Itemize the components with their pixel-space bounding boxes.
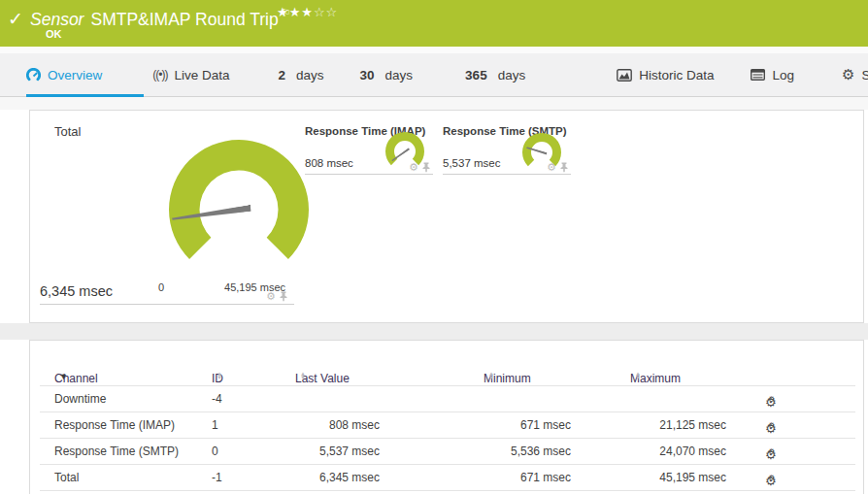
tab-2-days[interactable]: 2 days xyxy=(279,68,324,82)
sensor-title-row: SensorSMTP&IMAP Round Trip⚐ xyxy=(30,7,291,30)
sort-desc-icon: ▼ xyxy=(59,372,68,381)
tab-settings-label: Settings xyxy=(861,68,868,82)
channel-last-value: 808 msec xyxy=(263,418,380,432)
tab-bar: Overview ((•)) Live Data 2 days 30 days … xyxy=(0,53,868,97)
prtg-sensor-page: ✓ SensorSMTP&IMAP Round Trip⚐ ★★★☆☆ OK O… xyxy=(0,0,868,494)
tab-live-data[interactable]: ((•)) Live Data xyxy=(152,68,229,82)
statusbar-spacer xyxy=(0,47,868,53)
channel-name: Downtime xyxy=(54,392,106,406)
total-gauge-title: Total xyxy=(54,124,81,139)
gauges-panel: Total 0 45,195 msec 6,345 msec ⚙ Respons… xyxy=(29,110,864,323)
table-row[interactable]: Downtime -4 ⚙⚙ xyxy=(40,386,855,412)
tab-log[interactable]: Log xyxy=(751,68,794,82)
channel-minimum: 671 msec xyxy=(477,471,571,484)
channel-name: Response Time (SMTP) xyxy=(54,445,179,458)
pin-icon[interactable] xyxy=(560,162,568,173)
tab-30-days[interactable]: 30 days xyxy=(360,68,414,82)
channel-minimum: 5,536 msec xyxy=(477,445,571,458)
channel-id: -4 xyxy=(212,392,222,406)
sensor-status-bar: ✓ SensorSMTP&IMAP Round Trip⚐ ★★★☆☆ OK xyxy=(0,0,868,47)
smtp-gauge-value: 5,537 msec xyxy=(443,157,500,169)
sort-icon: ▲▼ xyxy=(300,372,306,379)
channel-id: -1 xyxy=(212,471,222,484)
gauge-settings-gear-icon[interactable]: ⚙ xyxy=(266,292,276,302)
broadcast-icon: ((•)) xyxy=(152,68,167,82)
sort-icon: ▲▼ xyxy=(217,372,222,379)
tab-2-days-number: 2 xyxy=(279,68,286,82)
channel-minimum: 671 msec xyxy=(477,418,571,432)
gauge-settings-gear-icon[interactable]: ⚙ xyxy=(547,163,556,173)
channels-panel: Channel▼ ID▲▼ Last Value▲▼ Minimum▲▼ Max… xyxy=(29,340,864,494)
tab-365-days-number: 365 xyxy=(465,68,487,82)
tab-historic-data-label: Historic Data xyxy=(639,68,714,82)
tab-historic-data[interactable]: Historic Data xyxy=(617,68,714,82)
spacer-band xyxy=(0,323,868,340)
smtp-cell-divider xyxy=(443,174,571,175)
channel-name: Response Time (IMAP) xyxy=(54,418,175,432)
log-list-icon xyxy=(751,69,765,81)
channel-name: Total xyxy=(54,471,79,484)
tab-30-days-number: 30 xyxy=(360,68,375,82)
imap-cell-actions: ⚙ xyxy=(409,162,430,173)
table-row[interactable]: Response Time (IMAP) 1 808 msec 671 msec… xyxy=(40,412,855,439)
tab-settings[interactable]: ⚙ Settings xyxy=(842,68,868,82)
table-header-row: Channel▼ ID▲▼ Last Value▲▼ Minimum▲▼ Max… xyxy=(40,360,855,386)
status-badge: OK xyxy=(46,28,62,40)
sensor-kind-label: Sensor xyxy=(30,10,83,29)
sort-icon: ▲▼ xyxy=(635,372,641,379)
spacer-band xyxy=(0,97,868,110)
gear-icon: ⚙ xyxy=(842,68,854,82)
sort-icon: ▲▼ xyxy=(488,372,494,379)
table-row[interactable]: Total -1 6,345 msec 671 msec 45,195 msec… xyxy=(40,465,855,491)
tab-365-days-word: days xyxy=(498,68,526,82)
pin-icon[interactable] xyxy=(422,162,430,173)
tab-overview[interactable]: Overview xyxy=(26,68,102,82)
total-cell-actions: ⚙ xyxy=(266,291,287,302)
chart-icon xyxy=(617,69,632,82)
channel-id: 1 xyxy=(212,418,218,432)
page-title: SMTP&IMAP Round Trip xyxy=(90,10,278,29)
channel-last-value: 5,537 msec xyxy=(263,445,380,458)
imap-cell-divider xyxy=(305,174,433,175)
tab-live-data-label: Live Data xyxy=(174,68,229,82)
smtp-cell-actions: ⚙ xyxy=(547,162,568,173)
ok-check-icon: ✓ xyxy=(8,8,23,30)
total-gauge xyxy=(161,132,317,287)
tab-30-days-word: days xyxy=(385,68,414,82)
table-row[interactable]: Response Time (SMTP) 0 5,537 msec 5,536 … xyxy=(40,439,855,465)
total-scale-min: 0 xyxy=(158,281,164,293)
channel-maximum: 21,125 msec xyxy=(593,418,726,432)
channel-id: 0 xyxy=(212,445,218,458)
pin-icon[interactable] xyxy=(280,291,287,302)
channel-last-value: 6,345 msec xyxy=(263,471,380,484)
total-gauge-value: 6,345 msec xyxy=(40,283,113,299)
tab-overview-label: Overview xyxy=(48,68,102,82)
channel-maximum: 45,195 msec xyxy=(593,471,726,484)
gauge-settings-gear-icon[interactable]: ⚙ xyxy=(409,163,418,173)
gauge-icon xyxy=(26,68,41,82)
total-cell-divider xyxy=(40,304,294,305)
tab-2-days-word: days xyxy=(296,68,324,82)
imap-gauge-value: 808 msec xyxy=(305,157,353,169)
tab-log-label: Log xyxy=(772,68,794,82)
priority-stars[interactable]: ★★★☆☆ xyxy=(277,5,338,19)
channel-maximum: 24,070 msec xyxy=(593,445,726,458)
tab-365-days[interactable]: 365 days xyxy=(465,68,525,82)
